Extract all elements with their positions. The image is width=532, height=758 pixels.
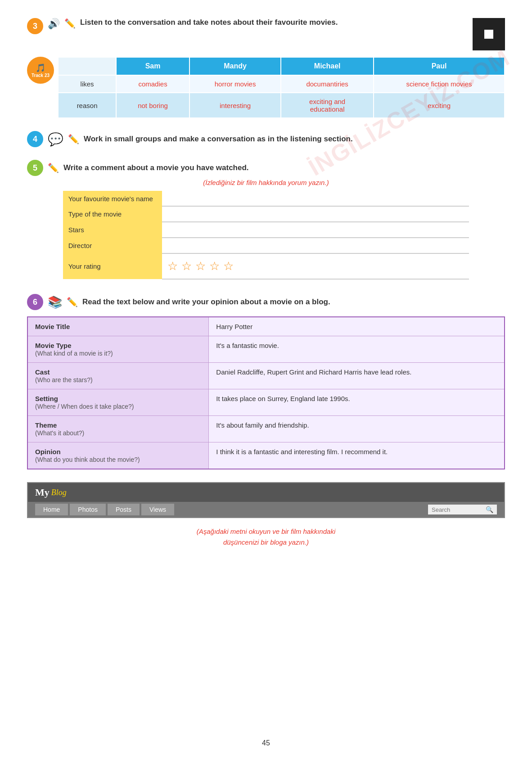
cell-mandy-likes: horror movies [189, 75, 281, 93]
pencil3-icon: ✏️ [48, 162, 59, 173]
table-row: likes comadies horror movies documantiri… [58, 75, 505, 93]
table-row: Opinion (What do you think about the mov… [27, 442, 505, 469]
section3-instruction: Listen to the conversation and take note… [80, 18, 338, 27]
cell-opinion-value: I think it is a fantastic and interestin… [209, 442, 505, 469]
search-icon: 🔍 [486, 506, 493, 513]
col-sam: Sam [116, 57, 189, 75]
cell-opinion-label: Opinion (What do you think about the mov… [27, 442, 209, 469]
cell-paul-reason: exciting [374, 93, 505, 118]
section4-number: 4 [27, 131, 43, 147]
table-row: Type of the movie [63, 206, 469, 222]
section6-header: 6 📚 ✏️ Read the text below and write you… [27, 294, 505, 310]
section3-header: 3 🔊 ✏️ Listen to the conversation and ta… [27, 18, 505, 50]
track-badge-col: 🎵 Track 23 [27, 55, 58, 118]
blog-blog-label: Blog [51, 488, 67, 497]
star-4[interactable]: ☆ [209, 259, 220, 273]
row-label-likes: likes [58, 75, 116, 93]
table-row: Setting (Where / When does it take place… [27, 389, 505, 416]
section6-instruction: Read the text below and write your opini… [82, 298, 330, 307]
section3-number: 3 [27, 18, 43, 34]
table-row: Your favourite movie's name [63, 191, 469, 206]
field-input-rating[interactable]: ☆ ☆ ☆ ☆ ☆ [162, 253, 469, 279]
cell-mandy-reason: interesting [189, 93, 281, 118]
section4: 4 💬 ✏️ Work in small groups and make a c… [27, 131, 505, 147]
section5-turkish-hint: (İzlediğiniz bir film hakkında yorum yaz… [27, 179, 505, 186]
star-5[interactable]: ☆ [223, 259, 234, 273]
col-mandy: Mandy [189, 57, 281, 75]
cell-setting-value: It takes place on Surrey, England late 1… [209, 389, 505, 416]
table-row: Theme (What's it about?) It's about fami… [27, 416, 505, 442]
table-row: Cast (Who are the stars?) Daniel Radclif… [27, 363, 505, 389]
blog-search[interactable]: 🔍 [428, 505, 497, 514]
cell-michael-reason: exciting and educational [281, 93, 374, 118]
cell-movie-title-label: Movie Title [27, 317, 209, 336]
cell-cast-label: Cast (Who are the stars?) [27, 363, 209, 389]
cell-theme-label: Theme (What's it about?) [27, 416, 209, 442]
chat-icon: 💬 [48, 132, 63, 147]
col-paul: Paul [374, 57, 505, 75]
section5-number: 5 [27, 160, 43, 176]
col-michael: Michael [281, 57, 374, 75]
cell-setting-label: Setting (Where / When does it take place… [27, 389, 209, 416]
cell-movie-title-value: Harry Potter [209, 317, 505, 336]
field-label-stars: Stars [63, 222, 162, 238]
star-3[interactable]: ☆ [195, 259, 206, 273]
star-rating[interactable]: ☆ ☆ ☆ ☆ ☆ [167, 257, 464, 275]
field-label-director: Director [63, 238, 162, 253]
row-label-reason: reason [58, 93, 116, 118]
section5: 5 ✏️ Write a comment about a movie you h… [27, 160, 505, 280]
star-2[interactable]: ☆ [181, 259, 192, 273]
star-1[interactable]: ☆ [167, 259, 178, 273]
cell-cast-value: Daniel Radcliffe, Rupert Grint and Richa… [209, 363, 505, 389]
table-row: Your rating ☆ ☆ ☆ ☆ ☆ [63, 253, 469, 279]
nav-posts[interactable]: Posts [108, 504, 140, 515]
empty-header [58, 57, 116, 75]
field-input-stars[interactable] [162, 222, 469, 238]
table-row: Stars [63, 222, 469, 238]
speaker-icon: 🔊 [48, 18, 60, 30]
table-row: Director [63, 238, 469, 253]
nav-views[interactable]: Views [141, 504, 174, 515]
cell-movie-type-value: It's a fantastic movie. [209, 336, 505, 363]
section3-table: Sam Mandy Michael Paul likes comadies ho… [58, 57, 505, 118]
section6-number: 6 [27, 294, 43, 310]
cell-paul-likes: science fiction movies [374, 75, 505, 93]
blog-section: My Blog Home Photos Posts Views 🔍 [27, 482, 505, 518]
blog-header: My Blog [28, 483, 504, 502]
field-label-movie-name: Your favourite movie's name [63, 191, 162, 206]
section5-header: 5 ✏️ Write a comment about a movie you h… [27, 160, 505, 176]
pencil2-icon: ✏️ [68, 134, 79, 144]
section6: 6 📚 ✏️ Read the text below and write you… [27, 294, 505, 469]
page-number: 45 [262, 739, 270, 747]
field-label-rating: Your rating [63, 253, 162, 279]
qr-code [473, 18, 505, 50]
section6-table: Movie Title Harry Potter Movie Type (Wha… [27, 316, 505, 469]
section3-table-wrapper: 🎵 Track 23 Sam Mandy Michael Paul likes … [27, 55, 505, 118]
nav-home[interactable]: Home [35, 504, 68, 515]
section5-form-table: Your favourite movie's name Type of the … [63, 191, 469, 280]
table-row: reason not boring interesting exciting a… [58, 93, 505, 118]
section4-instruction: Work in small groups and make a conversa… [84, 135, 353, 144]
cell-sam-reason: not boring [116, 93, 189, 118]
blog-nav: Home Photos Posts Views 🔍 [28, 502, 504, 517]
track-badge: 🎵 Track 23 [27, 57, 54, 84]
section5-instruction: Write a comment about a movie you have w… [63, 163, 249, 172]
nav-photos[interactable]: Photos [70, 504, 106, 515]
turkish-blog-hint: (Aşağıdaki metni okuyun ve bir film hakk… [27, 526, 505, 548]
pencil4-icon: ✏️ [67, 297, 78, 307]
field-input-movie-type[interactable] [162, 206, 469, 222]
cell-michael-likes: documantiries [281, 75, 374, 93]
field-input-director[interactable] [162, 238, 469, 253]
pencil-icon: ✏️ [64, 18, 76, 29]
search-input[interactable] [432, 506, 486, 513]
cell-movie-type-label: Movie Type (What kind of a movie is it?) [27, 336, 209, 363]
field-label-movie-type: Type of the movie [63, 206, 162, 222]
table-row: Movie Type (What kind of a movie is it?)… [27, 336, 505, 363]
cell-sam-likes: comadies [116, 75, 189, 93]
book-icon: 📚 [48, 295, 62, 309]
field-input-movie-name[interactable] [162, 191, 469, 206]
blog-my-label: My [35, 487, 50, 498]
table-row: Movie Title Harry Potter [27, 317, 505, 336]
cell-theme-value: It's about family and friendship. [209, 416, 505, 442]
